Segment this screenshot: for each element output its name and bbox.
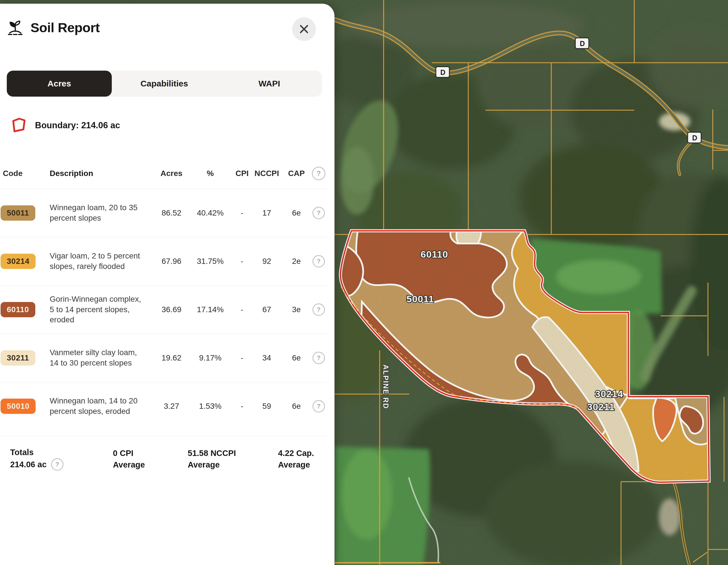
soil-code-badge: 30211 (1, 350, 35, 366)
table-row: 50010 Winnegan loam, 14 to 20 percent sl… (0, 382, 327, 430)
soil-code-badge: 50010 (1, 399, 36, 414)
boundary-text: Boundary: 214.06 ac (35, 120, 120, 130)
close-icon (299, 24, 309, 34)
soil-cap: 6e (282, 402, 311, 411)
soil-pct: 40.42% (188, 208, 233, 217)
soil-nccpi: 67 (251, 305, 282, 314)
totals-cap-value: 4.22 Cap. (278, 448, 314, 459)
col-header-acres: Acres (155, 169, 188, 178)
table-row: 30214 Vigar loam, 2 to 5 percent slopes,… (0, 237, 327, 285)
table-row: 60110 Gorin-Winnegan complex, 5 to 14 pe… (0, 285, 327, 334)
boundary-polygon-icon (11, 117, 27, 134)
soil-code-badge: 50011 (1, 205, 35, 221)
totals-row: Totals 214.06 ac ? 0 CPI Average 51.58 N… (0, 436, 327, 483)
soil-acres: 86.52 (155, 208, 188, 217)
soil-pct: 9.17% (188, 354, 233, 363)
boundary-summary: Boundary: 214.06 ac (11, 117, 120, 134)
soil-acres: 19.62 (155, 354, 188, 363)
soil-cap: 6e (282, 208, 311, 217)
soil-description: Winnegan loam, 14 to 20 percent slopes, … (42, 396, 142, 417)
soil-description: Vigar loam, 2 to 5 percent slopes, rarel… (42, 251, 142, 272)
col-header-cpi: CPI (233, 169, 251, 178)
soil-report-app: { "panel": { "title": "Soil Report", "ta… (0, 0, 728, 565)
totals-acres-block: Totals 214.06 ac ? (10, 446, 64, 471)
seedling-icon (6, 18, 24, 36)
totals-acres-value: 214.06 ac (10, 459, 47, 470)
totals-cpi-block: 0 CPI Average (113, 448, 145, 470)
soil-pct: 1.53% (188, 402, 233, 411)
soil-cpi: - (233, 208, 251, 217)
soil-code-badge: 30214 (1, 254, 36, 269)
soil-description: Gorin-Winnegan complex, 5 to 14 percent … (42, 294, 142, 326)
soil-cap: 2e (282, 257, 311, 266)
soil-nccpi: 92 (251, 257, 282, 266)
close-button[interactable] (292, 17, 316, 41)
totals-nccpi-value: 51.58 NCCPI (188, 448, 236, 459)
totals-nccpi-block: 51.58 NCCPI Average (188, 448, 236, 470)
table-row: 30211 Vanmeter silty clay loam, 14 to 30… (0, 334, 327, 382)
totals-cap-block: 4.22 Cap. Average (278, 448, 314, 470)
row-help-icon[interactable]: ? (312, 400, 325, 413)
soil-cpi: - (233, 354, 251, 363)
panel-header: Soil Report (6, 18, 100, 36)
totals-cpi-value: 0 CPI (113, 448, 145, 459)
soil-acres: 3.27 (155, 402, 188, 411)
col-header-pct: % (188, 169, 233, 178)
soil-cap: 3e (282, 305, 311, 314)
soil-cpi: - (233, 402, 251, 411)
totals-label: Totals (10, 446, 64, 458)
col-header-cap: CAP (282, 169, 311, 178)
soil-description: Winnegan loam, 20 to 35 percent slopes (42, 202, 142, 223)
soil-nccpi: 59 (251, 402, 282, 411)
report-tabs: Acres Capabilities WAPI (7, 71, 322, 97)
page-title: Soil Report (30, 20, 100, 35)
soil-cpi: - (233, 305, 251, 314)
soil-cpi: - (233, 257, 251, 266)
totals-help-icon[interactable]: ? (51, 458, 64, 471)
soil-acres: 36.69 (155, 305, 188, 314)
soil-acres: 67.96 (155, 257, 188, 266)
row-help-icon[interactable]: ? (312, 255, 325, 267)
tab-acres[interactable]: Acres (7, 71, 112, 97)
row-help-icon[interactable]: ? (312, 352, 325, 364)
soil-pct: 31.75% (188, 257, 233, 266)
boundary-value: 214.06 ac (81, 120, 120, 130)
soil-cap: 6e (282, 354, 311, 363)
soil-nccpi: 34 (251, 354, 282, 363)
row-help-icon[interactable]: ? (312, 304, 325, 316)
boundary-label: Boundary: (35, 120, 79, 130)
soil-report-panel: Soil Report Acres Capabilities WAPI Boun… (0, 4, 335, 565)
col-header-description: Description (42, 168, 142, 179)
tab-wapi[interactable]: WAPI (217, 71, 322, 97)
soil-code-badge: 60110 (1, 302, 35, 317)
totals-nccpi-label: Average (188, 459, 236, 471)
row-help-icon[interactable]: ? (312, 207, 325, 219)
soil-nccpi: 17 (251, 208, 282, 217)
table-header-row: Code Description Acres % CPI NCCPI CAP ? (0, 166, 327, 181)
table-row: 50011 Winnegan loam, 20 to 35 percent sl… (0, 189, 327, 237)
col-header-nccpi: NCCPI (251, 169, 282, 178)
col-header-code: Code (0, 169, 42, 178)
totals-cap-label: Average (278, 459, 314, 471)
soil-pct: 17.14% (188, 305, 233, 314)
soil-table: Code Description Acres % CPI NCCPI CAP ?… (0, 166, 327, 430)
tab-capabilities[interactable]: Capabilities (112, 71, 217, 97)
table-help-icon[interactable]: ? (312, 167, 325, 180)
totals-cpi-label: Average (113, 459, 145, 471)
soil-description: Vanmeter silty clay loam, 14 to 30 perce… (42, 348, 142, 368)
